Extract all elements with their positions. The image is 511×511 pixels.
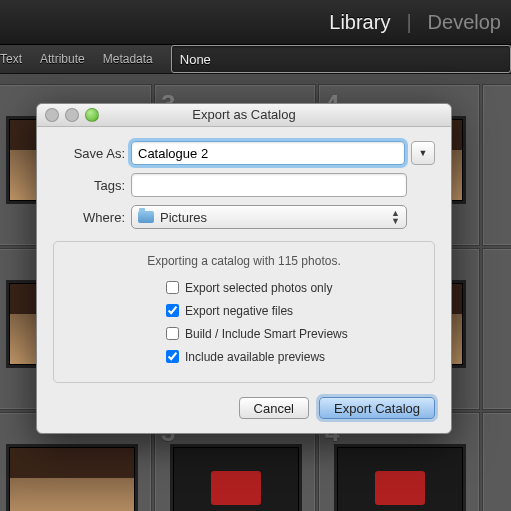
- module-separator: |: [406, 11, 411, 34]
- filter-tab-metadata[interactable]: Metadata: [103, 52, 153, 66]
- export-catalog-dialog: Export as Catalog Save As: ▼ Tags: Where…: [36, 103, 452, 434]
- filter-tab-none[interactable]: None: [171, 45, 511, 73]
- opt-selected-only[interactable]: Export selected photos only: [162, 278, 420, 297]
- zoom-icon[interactable]: [85, 108, 99, 122]
- chevron-down-icon: ▼: [419, 148, 428, 158]
- where-select[interactable]: Pictures ▲▼: [131, 205, 407, 229]
- module-library[interactable]: Library: [329, 11, 390, 34]
- close-icon[interactable]: [45, 108, 59, 122]
- opt-smart-previews[interactable]: Build / Include Smart Previews: [162, 324, 420, 343]
- save-as-history-button[interactable]: ▼: [411, 141, 435, 165]
- opt-include-previews[interactable]: Include available previews: [162, 347, 420, 366]
- folder-icon: [138, 211, 154, 223]
- opt-smart-checkbox[interactable]: [166, 327, 179, 340]
- library-filter-bar: Text Attribute Metadata None: [0, 45, 511, 74]
- opt-negatives-checkbox[interactable]: [166, 304, 179, 317]
- dialog-title: Export as Catalog: [192, 107, 295, 122]
- options-panel: Exporting a catalog with 115 photos. Exp…: [53, 241, 435, 383]
- filter-tab-attribute[interactable]: Attribute: [40, 52, 85, 66]
- module-develop[interactable]: Develop: [428, 11, 501, 34]
- export-status: Exporting a catalog with 115 photos.: [68, 254, 420, 268]
- where-value: Pictures: [160, 210, 207, 225]
- where-label: Where:: [53, 210, 131, 225]
- updown-icon: ▲▼: [391, 209, 400, 225]
- tags-label: Tags:: [53, 178, 131, 193]
- export-catalog-button[interactable]: Export Catalog: [319, 397, 435, 419]
- opt-negatives[interactable]: Export negative files: [162, 301, 420, 320]
- opt-previews-checkbox[interactable]: [166, 350, 179, 363]
- minimize-icon[interactable]: [65, 108, 79, 122]
- opt-selected-only-checkbox[interactable]: [166, 281, 179, 294]
- dialog-titlebar[interactable]: Export as Catalog: [37, 104, 451, 127]
- save-as-input[interactable]: [131, 141, 405, 165]
- tags-input[interactable]: [131, 173, 407, 197]
- filter-tab-text[interactable]: Text: [0, 52, 22, 66]
- save-as-label: Save As:: [53, 146, 131, 161]
- module-picker: Library | Develop: [0, 0, 511, 45]
- cancel-button[interactable]: Cancel: [239, 397, 309, 419]
